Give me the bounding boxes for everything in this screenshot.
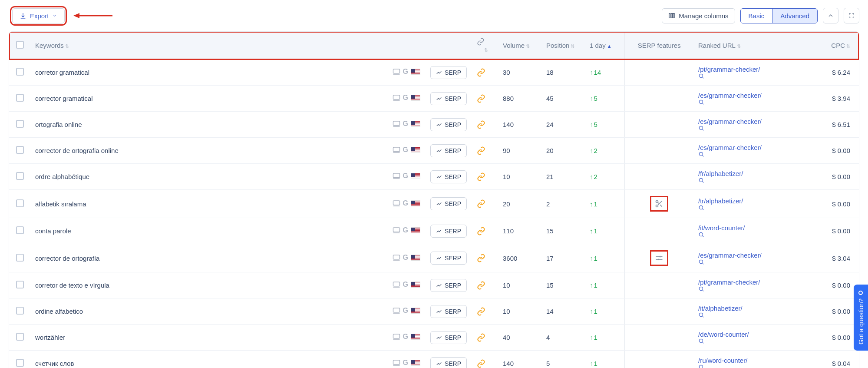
row-checkbox[interactable]: [16, 254, 24, 262]
serp-feature-scissors-icon: [650, 196, 668, 212]
advanced-mode-button[interactable]: Advanced: [772, 9, 817, 23]
magnify-icon[interactable]: [698, 205, 811, 211]
serp-button[interactable]: SERP: [430, 197, 467, 210]
keyword-text: wortzähler: [35, 334, 65, 341]
serp-button[interactable]: SERP: [430, 252, 467, 265]
magnify-icon[interactable]: [698, 338, 811, 344]
serp-button[interactable]: SERP: [430, 357, 467, 368]
ranked-url-link[interactable]: /es/grammar-checker/: [698, 144, 762, 151]
keyword-text: conta parole: [35, 227, 71, 235]
ranked-url-link[interactable]: /de/word-counter/: [698, 331, 749, 338]
ranked-url-link[interactable]: /es/grammar-checker/: [698, 252, 762, 259]
basic-mode-button[interactable]: Basic: [741, 9, 772, 23]
serp-button[interactable]: SERP: [430, 118, 467, 131]
manage-columns-button[interactable]: Manage columns: [662, 8, 735, 23]
google-icon: G: [403, 172, 408, 180]
table-header-row: Keywords⇅ ⇅ Volume⇅ Position⇅ 1 day▲: [9, 32, 859, 60]
ranked-url-link[interactable]: /it/word-counter/: [698, 224, 745, 232]
help-widget[interactable]: Got a question?: [854, 285, 868, 351]
row-checkbox[interactable]: [16, 307, 24, 315]
us-flag-icon: [411, 334, 420, 340]
delta-value: ↑1: [590, 200, 597, 208]
magnify-icon[interactable]: [698, 99, 811, 105]
volume-value: 30: [503, 69, 510, 76]
row-checkbox[interactable]: [16, 281, 24, 288]
ranked-url-link[interactable]: /es/grammar-checker/: [698, 118, 762, 125]
delta-value: ↑1: [590, 334, 597, 341]
serp-button[interactable]: SERP: [430, 279, 467, 292]
export-button[interactable]: Export: [12, 8, 65, 23]
header-ranked-url[interactable]: Ranked URL⇅: [694, 32, 815, 60]
serp-button[interactable]: SERP: [430, 225, 467, 238]
serp-button[interactable]: SERP: [430, 331, 467, 344]
magnify-icon[interactable]: [698, 286, 811, 292]
link-indicator-icon: [477, 307, 494, 316]
header-cpc[interactable]: CPC⇅: [815, 32, 859, 60]
magnify-icon[interactable]: [698, 151, 811, 157]
svg-rect-21: [393, 173, 399, 178]
magnify-icon[interactable]: [698, 364, 811, 368]
header-1day[interactable]: 1 day▲: [585, 32, 624, 60]
row-checkbox[interactable]: [16, 333, 24, 341]
ranked-url-link[interactable]: /ru/word-counter/: [698, 357, 747, 364]
us-flag-icon: [411, 255, 420, 261]
link-indicator-icon: [477, 68, 494, 77]
header-volume[interactable]: Volume⇅: [498, 32, 542, 60]
cpc-value: $ 3.04: [832, 255, 850, 262]
chart-line-icon: [436, 255, 442, 261]
environment-icons: G: [393, 94, 420, 102]
svg-rect-38: [393, 255, 399, 259]
magnify-icon[interactable]: [698, 125, 811, 131]
link-indicator-icon: [477, 146, 494, 155]
sort-icon: ⇅: [484, 47, 488, 53]
header-link-icon[interactable]: ⇅: [472, 32, 498, 60]
select-all-checkbox[interactable]: [16, 41, 24, 49]
svg-point-36: [699, 232, 703, 236]
environment-icons: G: [393, 281, 420, 288]
row-checkbox[interactable]: [16, 146, 24, 154]
serp-label: SERP: [445, 69, 461, 76]
row-checkbox[interactable]: [16, 226, 24, 234]
row-checkbox[interactable]: [16, 120, 24, 128]
magnify-icon[interactable]: [698, 232, 811, 238]
us-flag-icon: [411, 200, 420, 206]
row-checkbox[interactable]: [16, 199, 24, 207]
header-serp-features[interactable]: SERP features: [624, 32, 694, 60]
ranked-url-link[interactable]: /tr/alphabetizer/: [698, 197, 743, 205]
header-position[interactable]: Position⇅: [542, 32, 585, 60]
ranked-url-link[interactable]: /es/grammar-checker/: [698, 92, 762, 99]
row-checkbox[interactable]: [16, 359, 24, 367]
magnify-icon[interactable]: [698, 312, 811, 318]
header-keywords-label: Keywords: [35, 42, 64, 49]
magnify-icon[interactable]: [698, 259, 811, 265]
row-checkbox[interactable]: [16, 172, 24, 180]
chevron-up-icon: [827, 12, 834, 19]
fullscreen-button[interactable]: [844, 8, 859, 23]
ranked-url-link[interactable]: /it/alphabetizer/: [698, 305, 743, 312]
row-checkbox[interactable]: [16, 68, 24, 76]
magnify-icon[interactable]: [698, 73, 811, 79]
row-checkbox[interactable]: [16, 94, 24, 102]
serp-label: SERP: [445, 334, 461, 341]
svg-rect-3: [671, 13, 673, 18]
ranked-url-link[interactable]: /fr/alphabetizer/: [698, 170, 743, 177]
header-keywords[interactable]: Keywords⇅: [31, 32, 373, 60]
ranked-url-link[interactable]: /pt/grammar-checker/: [698, 66, 760, 73]
collapse-button[interactable]: [823, 8, 838, 23]
header-position-label: Position: [546, 42, 569, 49]
columns-icon: [668, 12, 675, 19]
serp-button[interactable]: SERP: [430, 92, 467, 105]
expand-icon: [848, 12, 855, 19]
toolbar-right: Manage columns Basic Advanced: [662, 8, 859, 23]
ranked-url-link[interactable]: /pt/grammar-checker/: [698, 278, 760, 286]
delta-value: ↑5: [590, 121, 597, 128]
serp-button[interactable]: SERP: [430, 170, 467, 183]
serp-button[interactable]: SERP: [430, 66, 467, 79]
chart-line-icon: [436, 335, 442, 341]
svg-point-32: [699, 206, 703, 209]
serp-button[interactable]: SERP: [430, 144, 467, 157]
google-icon: G: [403, 333, 408, 341]
serp-button[interactable]: SERP: [430, 305, 467, 318]
magnify-icon[interactable]: [698, 177, 811, 183]
svg-rect-4: [673, 13, 675, 18]
